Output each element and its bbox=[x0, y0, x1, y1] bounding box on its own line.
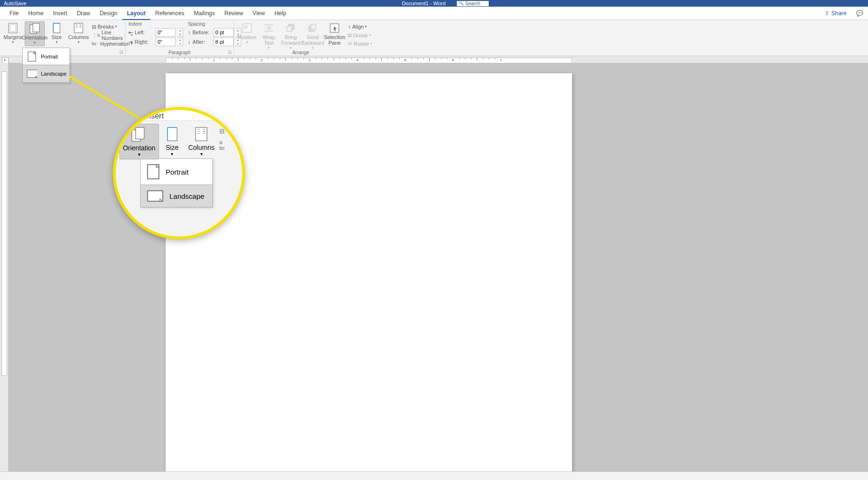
mag-orientation-icon bbox=[130, 126, 148, 143]
portrait-page-icon bbox=[27, 51, 37, 62]
size-button[interactable]: Size ▾ bbox=[47, 21, 67, 45]
paragraph-group-label: Paragraph bbox=[126, 50, 234, 55]
group-objects-label: Group bbox=[353, 32, 368, 38]
indent-heading: Indent bbox=[128, 21, 183, 27]
page-setup-launcher[interactable]: ◲ bbox=[119, 50, 124, 55]
align-icon: ⫞ bbox=[348, 24, 351, 29]
group-paragraph: Indent ⇤ Left: ▲▼ ⇥ Right: ▲▼ Spacing ↕ bbox=[126, 20, 234, 56]
svg-rect-20 bbox=[287, 26, 292, 31]
selection-pane-button[interactable]: Selection Pane bbox=[325, 21, 345, 47]
wrap-text-icon bbox=[263, 22, 275, 34]
share-label: Share bbox=[831, 10, 847, 17]
selection-pane-icon bbox=[329, 22, 340, 34]
position-label: Position bbox=[237, 34, 256, 40]
comments-button[interactable]: 💬 bbox=[856, 10, 863, 17]
spacing-heading: Spacing bbox=[188, 21, 241, 27]
bring-forward-icon bbox=[285, 22, 296, 34]
mag-columns-button: Columns ▾ bbox=[186, 124, 217, 159]
group-objects-button[interactable]: ⧉Group▾ bbox=[346, 31, 374, 39]
rotate-label: Rotate bbox=[354, 41, 369, 47]
indent-left-icon: ⇤ bbox=[128, 29, 133, 36]
indent-right-input[interactable] bbox=[156, 38, 176, 46]
tab-help[interactable]: Help bbox=[270, 7, 291, 20]
margins-icon bbox=[7, 22, 19, 34]
breaks-icon: ⊟ bbox=[92, 24, 96, 30]
tab-view[interactable]: View bbox=[248, 7, 270, 20]
mag-breaks-partial: ⊟ bbox=[219, 127, 225, 135]
svg-rect-3 bbox=[33, 23, 39, 32]
send-backward-label: Send Backward bbox=[301, 34, 324, 46]
tab-design[interactable]: Design bbox=[95, 7, 122, 20]
tab-home[interactable]: Home bbox=[23, 7, 48, 20]
callout-connector bbox=[57, 71, 152, 128]
indent-right-icon: ⇥ bbox=[128, 39, 133, 45]
rotate-button[interactable]: ⟳Rotate▾ bbox=[346, 39, 374, 48]
columns-button[interactable]: Columns ▾ bbox=[69, 21, 89, 45]
title-bar: AutoSave Document1 - Word Search bbox=[0, 0, 868, 7]
chevron-down-icon: ▾ bbox=[12, 40, 14, 44]
share-button[interactable]: ⇪ Share bbox=[825, 10, 847, 17]
orientation-label: Orientation bbox=[22, 35, 48, 40]
position-button[interactable]: Position▾ bbox=[237, 21, 257, 45]
spacing-before-icon: ↕ bbox=[188, 29, 191, 35]
tab-mailings[interactable]: Mailings bbox=[189, 7, 219, 20]
mag-landscape-label: Landscape bbox=[169, 192, 204, 200]
send-backward-icon bbox=[307, 22, 318, 34]
svg-line-26 bbox=[69, 76, 140, 119]
indent-left-spinner[interactable]: ▲▼ bbox=[178, 28, 183, 37]
tab-insert[interactable]: Insert bbox=[48, 7, 72, 20]
orientation-button[interactable]: Orientation ▾ bbox=[25, 21, 45, 46]
mag-portrait-icon bbox=[147, 164, 160, 180]
tab-review[interactable]: Review bbox=[219, 7, 247, 20]
svg-rect-16 bbox=[267, 26, 271, 30]
tab-draw[interactable]: Draw bbox=[72, 7, 95, 20]
mag-landscape-icon bbox=[147, 190, 164, 202]
hyphenation-icon: bc⁻ bbox=[92, 41, 99, 46]
tab-layout[interactable]: Layout bbox=[122, 7, 150, 20]
bring-forward-button[interactable]: Bring Forward▾ bbox=[281, 21, 301, 51]
autosave-label: AutoSave bbox=[4, 0, 27, 6]
send-backward-button[interactable]: Send Backward▾ bbox=[303, 21, 323, 51]
mag-size-label: Size bbox=[166, 144, 178, 151]
vertical-ruler[interactable] bbox=[1, 71, 7, 376]
group-arrange: Position▾ Wrap Text▾ Bring Forward▾ Send… bbox=[234, 20, 367, 56]
indent-right-spinner[interactable]: ▲▼ bbox=[178, 38, 183, 46]
mag-portrait-label: Portrait bbox=[166, 168, 188, 176]
svg-rect-34 bbox=[196, 127, 207, 141]
wrap-text-button[interactable]: Wrap Text▾ bbox=[259, 21, 279, 51]
align-label: Align bbox=[352, 24, 364, 29]
share-icon: ⇪ bbox=[825, 10, 829, 17]
chevron-down-icon: ▾ bbox=[56, 40, 58, 44]
mag-orientation-dropdown: Portrait Landscape bbox=[140, 158, 213, 207]
rotate-icon: ⟳ bbox=[348, 41, 352, 47]
mag-orientation-label: Orientation bbox=[123, 144, 155, 152]
selection-pane-label: Selection Pane bbox=[324, 34, 345, 46]
svg-rect-22 bbox=[311, 24, 316, 29]
spacing-before-label: Before: bbox=[193, 29, 212, 35]
search-box[interactable]: Search bbox=[457, 1, 489, 6]
magnifier-callout: ome Insert argins ▾ Orientation ▾ Size ▾… bbox=[113, 107, 245, 239]
columns-label: Columns bbox=[68, 34, 89, 40]
svg-rect-7 bbox=[74, 23, 83, 33]
document-title: Document1 - Word bbox=[402, 0, 445, 6]
align-button[interactable]: ⫞Align▾ bbox=[346, 22, 374, 31]
mag-abc-partial: abc bbox=[219, 139, 225, 151]
margins-button[interactable]: Margins ▾ bbox=[3, 21, 23, 45]
orientation-portrait-item[interactable]: Portrait bbox=[23, 48, 69, 65]
spacing-after-input[interactable] bbox=[214, 38, 234, 46]
vertical-ruler-gutter bbox=[0, 63, 9, 471]
group-icon: ⧉ bbox=[348, 32, 352, 39]
arrange-group-label: Arrange bbox=[234, 50, 367, 55]
chevron-down-icon: ▾ bbox=[34, 40, 36, 45]
size-icon bbox=[51, 22, 62, 34]
chevron-down-icon: ▾ bbox=[115, 25, 117, 29]
indent-right-label: Right: bbox=[135, 39, 154, 45]
paragraph-launcher[interactable]: ◲ bbox=[228, 50, 233, 55]
status-bar bbox=[0, 471, 868, 480]
indent-left-input[interactable] bbox=[156, 28, 176, 37]
position-icon bbox=[241, 22, 253, 34]
tab-file[interactable]: File bbox=[5, 7, 23, 20]
tab-references[interactable]: References bbox=[150, 7, 189, 20]
spacing-before-input[interactable] bbox=[214, 28, 234, 37]
columns-icon bbox=[73, 22, 84, 34]
